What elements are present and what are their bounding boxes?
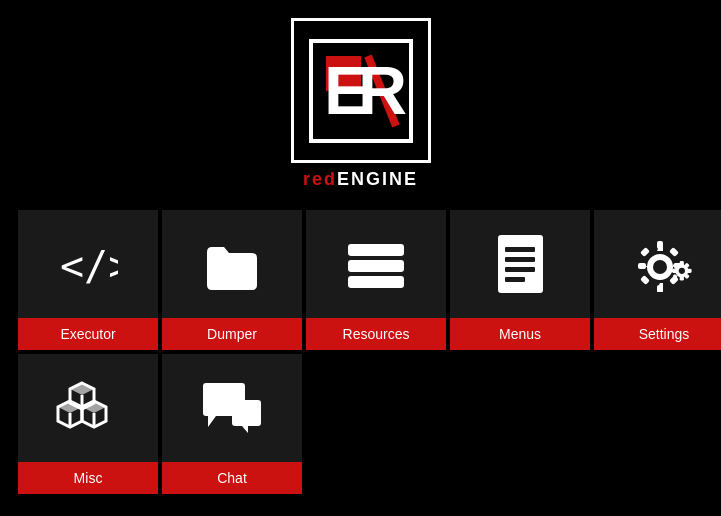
logo-box: E R: [291, 18, 431, 163]
menus-button[interactable]: Menus: [450, 210, 590, 350]
misc-label: Misc: [18, 462, 158, 494]
executor-icon-area: </>: [18, 210, 158, 318]
svg-rect-11: [505, 257, 535, 262]
svg-rect-15: [657, 241, 663, 249]
dumper-icon-area: [162, 210, 302, 318]
resources-icon-area: [306, 210, 446, 318]
chat-icon-area: [162, 354, 302, 462]
menus-icon-area: [450, 210, 590, 318]
executor-button[interactable]: </> Executor: [18, 210, 158, 350]
svg-text:R: R: [358, 52, 407, 128]
svg-text:</>: </>: [60, 243, 118, 288]
svg-rect-24: [680, 261, 684, 266]
svg-rect-27: [687, 268, 692, 272]
svg-rect-9: [498, 235, 543, 293]
settings-button[interactable]: Settings: [594, 210, 721, 350]
grid-container: </> Executor Dumper: [0, 210, 721, 494]
settings-icon-area: [594, 210, 721, 318]
svg-point-14: [650, 257, 670, 277]
svg-rect-7: [348, 260, 404, 272]
svg-rect-6: [348, 244, 404, 256]
svg-rect-13: [505, 277, 525, 282]
svg-rect-25: [680, 275, 684, 280]
settings-label: Settings: [594, 318, 721, 350]
svg-rect-19: [640, 247, 650, 257]
svg-rect-17: [638, 263, 646, 269]
dumper-button[interactable]: Dumper: [162, 210, 302, 350]
grid-row-1: </> Executor Dumper: [18, 210, 721, 350]
resources-label: Resources: [306, 318, 446, 350]
svg-rect-20: [669, 247, 679, 257]
svg-marker-39: [70, 383, 94, 395]
svg-rect-21: [640, 275, 650, 285]
svg-rect-26: [672, 268, 677, 272]
logo-text: redENGINE: [303, 169, 418, 190]
svg-rect-12: [505, 267, 535, 272]
svg-rect-10: [505, 247, 535, 252]
chat-label: Chat: [162, 462, 302, 494]
executor-label: Executor: [18, 318, 158, 350]
misc-button[interactable]: Misc: [18, 354, 158, 494]
resources-button[interactable]: Resources: [306, 210, 446, 350]
menus-label: Menus: [450, 318, 590, 350]
logo-section: E R redENGINE: [291, 18, 431, 190]
grid-row-2: Misc Chat: [18, 354, 302, 494]
chat-button[interactable]: Chat: [162, 354, 302, 494]
svg-point-23: [677, 265, 687, 275]
svg-rect-8: [348, 276, 404, 288]
misc-icon-area: [18, 354, 158, 462]
dumper-label: Dumper: [162, 318, 302, 350]
svg-rect-16: [657, 285, 663, 292]
